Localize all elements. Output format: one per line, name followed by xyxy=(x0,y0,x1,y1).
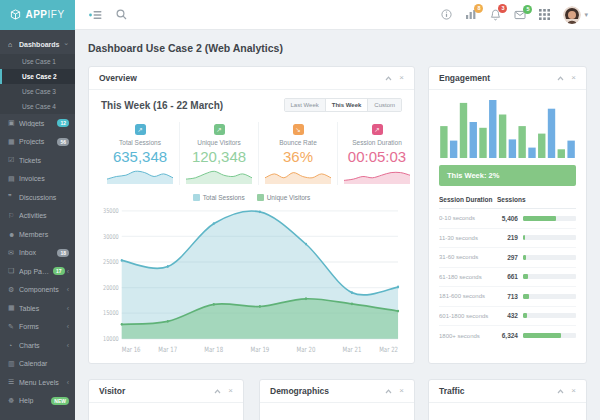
sidebar-item-forms[interactable]: ✎Forms‹ xyxy=(0,318,75,337)
close-icon[interactable]: × xyxy=(571,387,576,395)
bell-icon[interactable]: 3 xyxy=(490,9,501,21)
cell-duration: 11-30 seconds xyxy=(439,235,497,241)
collapse-icon[interactable] xyxy=(214,389,221,394)
brand-logo[interactable]: APPIFY xyxy=(0,0,75,30)
svg-text:Mar 20: Mar 20 xyxy=(297,345,316,353)
column-header-duration[interactable]: Session Duration xyxy=(439,196,497,203)
sidebar-item-components[interactable]: ⚙Components‹ xyxy=(0,281,75,300)
range-button-last-week[interactable]: Last Week xyxy=(285,99,326,111)
messages-count-badge: 5 xyxy=(523,5,532,14)
sidebar-item-discussions[interactable]: ❞Discussions xyxy=(0,188,75,207)
collapse-icon[interactable] xyxy=(385,389,392,394)
sidebar-item-label: Activities xyxy=(19,212,69,219)
sidebar-item-tickets[interactable]: ☑Tickets xyxy=(0,151,75,170)
progress-track xyxy=(523,333,576,338)
sessions-visitors-chart: 100001500020000250003000035000Mar 16Mar … xyxy=(101,203,402,357)
mail-icon[interactable]: 5 xyxy=(514,10,526,20)
cell-duration: 61-180 seconds xyxy=(439,274,497,280)
panel-header: Visitor× xyxy=(89,380,243,403)
stats-row: ↗Total Sessions635,348↗Unique Visitors12… xyxy=(101,122,402,185)
sidebar-item-widgets[interactable]: ▣Widgets12 xyxy=(0,114,75,133)
panel-tools: × xyxy=(385,387,404,395)
svg-text:15000: 15000 xyxy=(103,310,119,317)
table-row[interactable]: 31-60 seconds297 xyxy=(439,248,576,268)
table-row[interactable]: 0-10 seconds5,406 xyxy=(439,209,576,229)
close-icon[interactable]: × xyxy=(228,387,233,395)
members-icon: ☻ xyxy=(8,231,19,238)
collapse-icon[interactable] xyxy=(385,76,392,81)
sidebar-item-projects[interactable]: ▦Projects56 xyxy=(0,133,75,152)
close-icon[interactable]: × xyxy=(399,74,404,82)
range-button-custom[interactable]: Custom xyxy=(368,99,401,111)
sidebar-item-use-case-2[interactable]: Use Case 2 xyxy=(0,69,75,84)
sidebar-item-label: Help xyxy=(19,397,49,404)
table-row[interactable]: 1800+ seconds6,324 xyxy=(439,326,576,346)
grid-icon[interactable] xyxy=(539,9,550,20)
stat-value: 635,348 xyxy=(113,148,167,165)
sidebar-submenu: Use Case 1Use Case 2Use Case 3Use Case 4 xyxy=(0,54,75,114)
user-menu[interactable]: ▾ xyxy=(563,6,588,24)
activities-icon: ⚐ xyxy=(8,212,19,220)
column-header-sessions[interactable]: Sessions xyxy=(497,196,526,203)
svg-text:20000: 20000 xyxy=(103,284,119,291)
sparkline-session-duration xyxy=(342,168,412,185)
sidebar-item-label: Projects xyxy=(19,138,55,145)
collapse-icon[interactable] xyxy=(557,76,564,81)
cell-duration: 31-60 seconds xyxy=(439,254,497,260)
panel-tools: × xyxy=(214,387,233,395)
table-row[interactable]: 181-600 seconds713 xyxy=(439,287,576,307)
sidebar-toggle-icon[interactable] xyxy=(89,10,102,20)
top-header: APPIFY xyxy=(0,0,600,30)
sidebar-item-members[interactable]: ☻Members xyxy=(0,225,75,244)
search-icon[interactable] xyxy=(116,9,127,20)
sidebar-item-app-pages[interactable]: ❏App Pages17‹ xyxy=(0,262,75,281)
sidebar-item-use-case-1[interactable]: Use Case 1 xyxy=(0,54,75,69)
sidebar-nav: ⌂Dashboards⌄Use Case 1Use Case 2Use Case… xyxy=(0,30,75,420)
close-icon[interactable]: × xyxy=(571,74,576,82)
overview-panel: Overview × This Week (16 - 22 March) Las… xyxy=(88,66,415,364)
table-row[interactable]: 11-30 seconds219 xyxy=(439,229,576,249)
sidebar-item-calendar[interactable]: ▥Calendar xyxy=(0,355,75,374)
sidebar-item-invoices[interactable]: ▤Invoices xyxy=(0,170,75,189)
chevron-down-icon: ⌄ xyxy=(63,39,69,47)
sidebar-item-activities[interactable]: ⚐Activities xyxy=(0,207,75,226)
svg-text:Mar 19: Mar 19 xyxy=(250,345,269,353)
sidebar-item-tables[interactable]: ▦Tables‹ xyxy=(0,299,75,318)
sidebar-badge: 18 xyxy=(57,249,69,257)
sidebar-item-dashboards[interactable]: ⌂Dashboards⌄ xyxy=(0,34,75,54)
cell-sessions: 6,324 xyxy=(497,332,523,339)
chevron-left-icon: ‹ xyxy=(67,342,69,349)
chevron-down-icon: ▾ xyxy=(584,11,588,19)
engagement-panel: Engagement × This Week: 2% Session Durat… xyxy=(428,66,587,364)
sidebar-item-help[interactable]: ☸HelpNEW xyxy=(0,392,75,411)
progress-fill xyxy=(523,216,556,221)
sidebar-item-use-case-4[interactable]: Use Case 4 xyxy=(0,99,75,114)
svg-text:30000: 30000 xyxy=(103,233,119,240)
sidebar-item-menu-levels[interactable]: ☰Menu Levels‹ xyxy=(0,373,75,392)
sidebar-item-use-case-3[interactable]: Use Case 3 xyxy=(0,84,75,99)
panel-tools: × xyxy=(557,387,576,395)
stats-icon[interactable]: 8 xyxy=(465,9,477,20)
close-icon[interactable]: × xyxy=(399,387,404,395)
visitor-panel: Visitor× xyxy=(88,379,244,420)
table-row[interactable]: 61-180 seconds661 xyxy=(439,268,576,288)
info-icon[interactable] xyxy=(441,9,452,20)
progress-fill xyxy=(523,255,526,260)
charts-icon: ◔ xyxy=(8,342,19,349)
legend-item-unique-visitors[interactable]: Unique Visitors xyxy=(257,194,311,201)
sidebar-badge: 17 xyxy=(53,267,65,275)
sidebar-badge: NEW xyxy=(51,397,69,405)
sidebar-item-label: Calendar xyxy=(19,360,69,367)
cell-duration: 0-10 seconds xyxy=(439,215,497,221)
progress-track xyxy=(523,216,576,221)
cell-sessions: 297 xyxy=(497,254,523,261)
range-button-this-week[interactable]: This Week xyxy=(326,99,369,111)
table-header: Session Duration Sessions xyxy=(439,193,576,209)
sidebar-item-inbox[interactable]: ✉Inbox18 xyxy=(0,244,75,263)
legend-swatch xyxy=(257,194,264,201)
collapse-icon[interactable] xyxy=(557,389,564,394)
sidebar-item-charts[interactable]: ◔Charts‹ xyxy=(0,336,75,355)
legend-item-total-sessions[interactable]: Total Sessions xyxy=(193,194,245,201)
table-row[interactable]: 601-1800 seconds432 xyxy=(439,307,576,327)
trend-up-icon: ↗ xyxy=(135,124,146,135)
